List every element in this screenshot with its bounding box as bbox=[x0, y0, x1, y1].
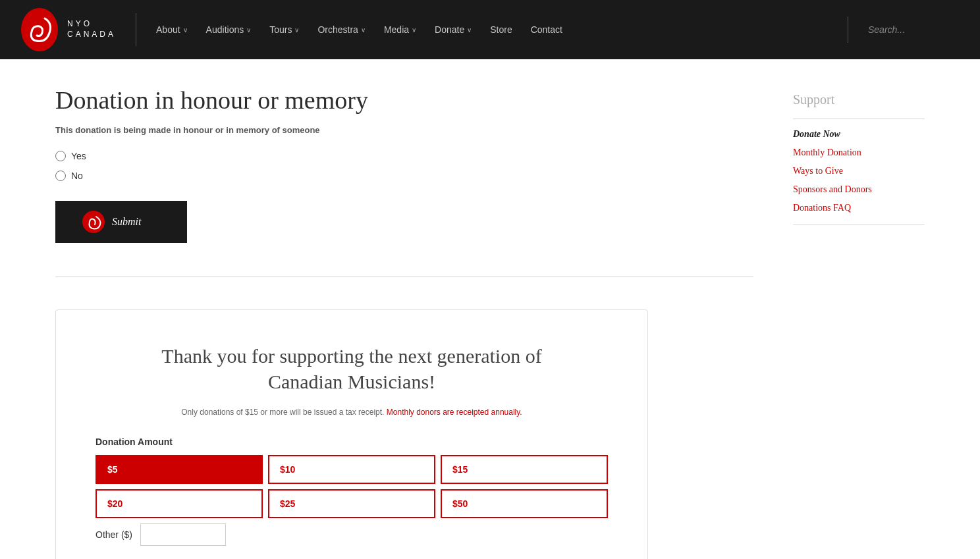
other-label: Other ($) bbox=[95, 529, 132, 540]
page-title: Donation in honour or memory bbox=[55, 86, 753, 115]
chevron-down-icon: ∨ bbox=[467, 26, 472, 34]
nav-links: About∨Auditions∨Tours∨Orchestra∨Media∨Do… bbox=[156, 24, 834, 35]
radio-yes-option[interactable]: Yes bbox=[55, 151, 753, 161]
section-divider bbox=[55, 276, 753, 277]
submit-icon bbox=[82, 210, 105, 234]
tax-notice: Only donations of $15 or more will be is… bbox=[95, 408, 608, 417]
sidebar-link-monthly-donation[interactable]: Monthly Donation bbox=[793, 147, 925, 158]
amount-button-5[interactable]: $5 bbox=[95, 455, 263, 484]
sidebar-top-divider bbox=[793, 118, 925, 119]
logo[interactable]: NYO CANADA bbox=[20, 7, 116, 53]
sidebar-link-ways-to-give[interactable]: Ways to Give bbox=[793, 166, 925, 176]
submit-label: Submit bbox=[112, 216, 141, 228]
search-divider bbox=[848, 16, 848, 43]
sidebar-links: Donate NowMonthly DonationWays to GiveSp… bbox=[793, 129, 925, 213]
other-amount-row: Other ($) bbox=[95, 523, 608, 546]
radio-no-label: No bbox=[71, 171, 83, 181]
nav-item-media[interactable]: Media∨ bbox=[384, 24, 416, 35]
chevron-down-icon: ∨ bbox=[246, 26, 251, 34]
nav-item-contact[interactable]: Contact bbox=[531, 24, 562, 35]
sidebar-heading: Support bbox=[793, 92, 925, 107]
amount-grid: $5$10$15$20$25$50 bbox=[95, 455, 608, 518]
main-content: Donation in honour or memory This donati… bbox=[55, 86, 753, 559]
radio-no[interactable] bbox=[55, 171, 66, 181]
nav-item-store[interactable]: Store bbox=[490, 24, 512, 35]
amount-button-50[interactable]: $50 bbox=[441, 489, 608, 518]
amount-button-20[interactable]: $20 bbox=[95, 489, 263, 518]
radio-yes[interactable] bbox=[55, 151, 66, 161]
nav-item-orchestra[interactable]: Orchestra∨ bbox=[317, 24, 365, 35]
svg-point-1 bbox=[82, 211, 105, 233]
other-amount-input[interactable] bbox=[140, 523, 226, 546]
submit-button[interactable]: Submit bbox=[55, 201, 187, 243]
chevron-down-icon: ∨ bbox=[412, 26, 416, 34]
sidebar-link-donations-faq[interactable]: Donations FAQ bbox=[793, 203, 925, 213]
nav-item-donate[interactable]: Donate∨ bbox=[435, 24, 472, 35]
nav-logo-divider bbox=[136, 13, 136, 46]
sidebar-link-sponsors-and-donors[interactable]: Sponsors and Donors bbox=[793, 184, 925, 195]
nav-item-tours[interactable]: Tours∨ bbox=[269, 24, 299, 35]
nav-item-auditions[interactable]: Auditions∨ bbox=[206, 24, 252, 35]
radio-group: Yes No bbox=[55, 151, 753, 181]
sidebar: Support Donate NowMonthly DonationWays t… bbox=[793, 86, 925, 559]
amount-button-15[interactable]: $15 bbox=[441, 455, 608, 484]
sidebar-link-donate-now[interactable]: Donate Now bbox=[793, 129, 925, 140]
radio-no-option[interactable]: No bbox=[55, 171, 753, 181]
navbar: NYO CANADA About∨Auditions∨Tours∨Orchest… bbox=[0, 0, 980, 59]
logo-text: NYO CANADA bbox=[67, 19, 116, 40]
chevron-down-icon: ∨ bbox=[294, 26, 299, 34]
donation-amount-label: Donation Amount bbox=[95, 437, 608, 447]
donation-card: Thank you for supporting the next genera… bbox=[55, 309, 648, 559]
chevron-down-icon: ∨ bbox=[361, 26, 366, 34]
donation-card-title: Thank you for supporting the next genera… bbox=[95, 343, 608, 394]
amount-button-10[interactable]: $10 bbox=[268, 455, 435, 484]
svg-point-0 bbox=[21, 8, 58, 51]
search-input[interactable] bbox=[861, 24, 960, 35]
sidebar-bottom-divider bbox=[793, 224, 925, 225]
nav-item-about[interactable]: About∨ bbox=[156, 24, 188, 35]
page-subtitle: This donation is being made in honour or… bbox=[55, 125, 753, 135]
page-container: Donation in honour or memory This donati… bbox=[29, 59, 951, 559]
radio-yes-label: Yes bbox=[71, 151, 86, 161]
chevron-down-icon: ∨ bbox=[183, 26, 188, 34]
amount-button-25[interactable]: $25 bbox=[268, 489, 435, 518]
